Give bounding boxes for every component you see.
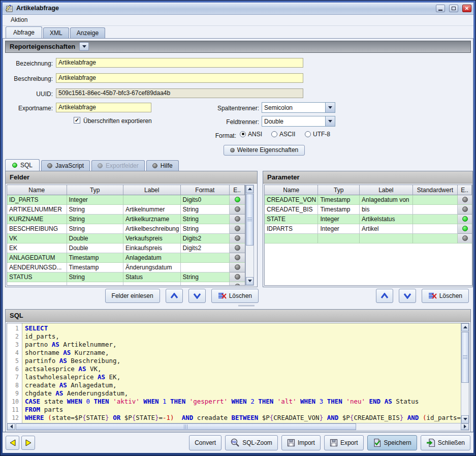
felder-cell[interactable]: Double	[67, 244, 124, 253]
beschreibung-field[interactable]	[56, 73, 303, 83]
felder-move-down-button[interactable]	[188, 289, 206, 303]
navigate-previous-button[interactable]	[6, 436, 19, 450]
parameter-cell[interactable]: Timestamp	[318, 205, 360, 215]
menu-aktion[interactable]: Aktion	[8, 15, 30, 24]
speichern-button[interactable]: Speichern	[367, 435, 417, 450]
felder-cell[interactable]: AENDERUNGSD...	[7, 263, 67, 272]
parameter-cell[interactable]: Timestamp	[318, 195, 360, 205]
weitere-eigenschaften-button[interactable]: Weitere Eigenschaften	[224, 145, 305, 156]
parameter-edit-dot-button[interactable]	[458, 224, 472, 234]
felder-move-up-button[interactable]	[166, 289, 183, 303]
parameter-edit-dot-button[interactable]	[458, 234, 472, 244]
scrollbar-thumb[interactable]	[246, 194, 253, 246]
felder-edit-dot-button[interactable]	[230, 282, 245, 286]
sql-horizontal-scrollbar[interactable]	[7, 423, 469, 431]
felder-cell[interactable]: Verkaufspreis	[123, 234, 181, 244]
parameter-cell[interactable]: Artikelstatus	[360, 215, 412, 224]
parameter-cell[interactable]	[413, 234, 458, 244]
felder-cell[interactable]: EK	[7, 244, 67, 253]
scroll-down-button[interactable]	[461, 415, 469, 423]
parameter-cell[interactable]: Anlagedatum von	[360, 195, 412, 205]
import-button[interactable]: Import	[281, 435, 321, 450]
felder-cell[interactable]	[123, 282, 181, 286]
restore-button[interactable]	[449, 5, 458, 12]
felder-edit-dot-button[interactable]	[230, 263, 245, 272]
parameter-cell[interactable]	[360, 234, 412, 244]
parameter-cell[interactable]: CREADATE_BIS	[265, 205, 318, 215]
felder-cell[interactable]: String	[67, 215, 124, 224]
ueberschriften-checkbox[interactable]: ✓	[74, 117, 80, 124]
sql-line[interactable]: 4shortname AS Kurzname,	[7, 349, 460, 357]
minimize-button[interactable]	[436, 5, 445, 12]
scroll-right-button[interactable]	[461, 423, 469, 430]
parameter-cell[interactable]: IDPARTS	[265, 224, 318, 234]
felder-cell[interactable]: Digits2	[181, 234, 230, 244]
feldtrenner-dropdown-button[interactable]	[325, 116, 335, 126]
felder-cell[interactable]: Timestamp	[67, 253, 124, 263]
felder-table-row[interactable]	[7, 282, 245, 286]
felder-cell[interactable]: Timestamp	[67, 263, 124, 272]
parameter-cell[interactable]: bis	[360, 205, 412, 215]
parameter-cell[interactable]	[413, 215, 458, 224]
tab-anzeige[interactable]: Anzeige	[70, 27, 105, 38]
parameter-column-header[interactable]: Standardwert	[413, 185, 458, 195]
parameter-edit-dot-button[interactable]	[458, 195, 472, 205]
parameter-table-row[interactable]: STATEIntegerArtikelstatus	[265, 215, 472, 224]
collapse-section-button[interactable]	[79, 42, 89, 51]
scroll-down-button[interactable]	[246, 277, 253, 285]
sql-line[interactable]: 12WHERE (state=$P{STATE} OR $P{STATE}=-1…	[7, 414, 460, 422]
felder-cell[interactable]: VK	[7, 234, 67, 244]
felder-cell[interactable]: STATUS	[7, 272, 67, 282]
felder-cell[interactable]	[123, 195, 181, 205]
splitter-handle[interactable]	[238, 305, 255, 308]
felder-cell[interactable]: Änderungsdatum	[123, 263, 181, 272]
parameter-table-row[interactable]	[265, 234, 472, 244]
parameter-edit-dot-button[interactable]	[458, 205, 472, 215]
sql-line[interactable]: 3partno AS Artikelnummer,	[7, 341, 460, 349]
sql-line[interactable]: 6actsalesprice AS VK,	[7, 365, 460, 373]
felder-cell[interactable]	[181, 282, 230, 286]
felder-cell[interactable]: Digits2	[181, 244, 230, 253]
scrollbar-thumb[interactable]	[461, 332, 469, 383]
sql-line[interactable]: 1SELECT	[7, 324, 460, 332]
felder-cell[interactable]: Artikelnummer	[123, 205, 181, 215]
felder-cell[interactable]: Anlagedatum	[123, 253, 181, 263]
felder-cell[interactable]: String	[181, 215, 230, 224]
tab-xml[interactable]: XML	[43, 27, 69, 38]
felder-cell[interactable]: ID_PARTS	[7, 195, 67, 205]
parameter-cell[interactable]	[318, 234, 360, 244]
parameter-move-down-button[interactable]	[399, 289, 416, 303]
bezeichnung-field[interactable]	[56, 58, 303, 68]
scroll-up-button[interactable]	[246, 185, 253, 193]
parameter-column-header[interactable]: Typ	[318, 185, 360, 195]
felder-loeschen-button[interactable]: Löschen	[211, 289, 259, 303]
felder-column-header[interactable]: E..	[230, 185, 245, 195]
sql-line[interactable]: 8creadate AS Anlagedatum,	[7, 381, 460, 389]
felder-cell[interactable]	[181, 263, 230, 272]
felder-cell[interactable]: Integer	[67, 195, 124, 205]
felder-edit-dot-button[interactable]	[230, 253, 245, 263]
sql-vertical-scrollbar[interactable]	[461, 323, 469, 423]
parameter-table-row[interactable]: IDPARTSIntegerArtikel	[265, 224, 472, 234]
felder-table-row[interactable]: STATUSStringStatusString	[7, 272, 245, 282]
title-bar[interactable]: Artikelabfrage ✕	[3, 3, 473, 15]
tab-abfrage[interactable]: Abfrage	[6, 26, 42, 38]
felder-cell[interactable]: BESCHREIBUNG	[7, 224, 67, 234]
felder-cell[interactable]: String	[181, 224, 230, 234]
felder-table-row[interactable]: BESCHREIBUNGStringArtikelbeschreibungStr…	[7, 224, 245, 234]
sql-zoom-button[interactable]: SQL SQL-Zoom	[225, 435, 278, 450]
sql-line[interactable]: 7lastwholesaleprice AS EK,	[7, 373, 460, 381]
felder-cell[interactable]: Einkaufspreis	[123, 244, 181, 253]
tab-sql[interactable]: SQL	[5, 159, 40, 171]
schliessen-button[interactable]: Schließen	[421, 435, 470, 450]
felder-einlesen-button[interactable]: Felder einlesen	[105, 289, 160, 303]
felder-cell[interactable]: Digits0	[181, 195, 230, 205]
parameter-cell[interactable]	[413, 205, 458, 215]
parameter-cell[interactable]: STATE	[265, 215, 318, 224]
felder-table-row[interactable]: EKDoubleEinkaufspreisDigits2	[7, 244, 245, 253]
felder-edit-dot-button[interactable]	[230, 205, 245, 215]
parameter-loeschen-button[interactable]: Löschen	[422, 289, 469, 303]
spaltentrenner-select[interactable]: Semicolon	[262, 102, 335, 113]
felder-cell[interactable]: Artikelbeschreibung	[123, 224, 181, 234]
parameter-cell[interactable]	[265, 234, 318, 244]
